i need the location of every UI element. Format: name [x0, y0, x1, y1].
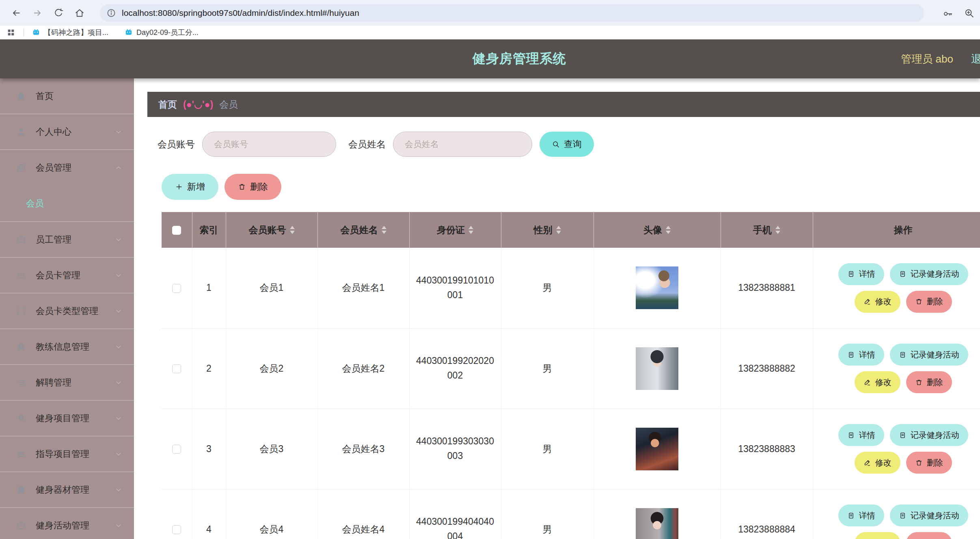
member-account-input[interactable]	[202, 132, 336, 157]
row-select-cell	[162, 328, 192, 409]
browser-back-button[interactable]	[6, 4, 27, 22]
sidebar-item-coach-info-management[interactable]: 教练信息管理	[0, 329, 134, 365]
sidebar-item-personal-center[interactable]: 个人中心	[0, 114, 134, 150]
row-checkbox[interactable]	[172, 284, 181, 293]
delete-selected-button[interactable]: 删除	[224, 174, 281, 200]
cell-avatar	[594, 489, 721, 539]
gauge-icon	[16, 521, 26, 530]
column-header-gender: 性别	[501, 212, 594, 248]
row-checkbox[interactable]	[172, 525, 181, 534]
sort-carets-icon[interactable]	[556, 226, 561, 234]
record-activity-button[interactable]: 记录健身活动	[890, 424, 968, 446]
plus-icon	[175, 183, 183, 191]
edit-button[interactable]: 修改	[855, 532, 900, 539]
sidebar-item-fitness-activity-management[interactable]: 健身活动管理	[0, 508, 134, 539]
edit-button[interactable]: 修改	[855, 371, 900, 393]
delete-button[interactable]: 删除	[906, 452, 952, 474]
column-header-avatar: 头像	[594, 212, 721, 248]
row-checkbox[interactable]	[172, 445, 181, 454]
sidebar-item-label: 会员卡管理	[36, 269, 80, 281]
notebook-icon	[16, 485, 26, 495]
table-row: 2会员2会员姓名2440300199202020002男13823888882详…	[162, 328, 980, 409]
delete-button[interactable]: 删除	[906, 291, 952, 313]
member-name-input[interactable]	[393, 132, 532, 157]
chevron-down-icon	[114, 236, 123, 244]
browser-forward-button[interactable]	[27, 4, 48, 22]
cell-avatar	[594, 328, 721, 409]
bookmarks-divider	[24, 28, 24, 37]
bookmarks-bar: 【码神之路】项目... Day02-09-员工分...	[0, 26, 980, 39]
apps-grid-icon[interactable]	[6, 28, 15, 37]
sidebar-item-fitness-project-management[interactable]: 健身项目管理	[0, 400, 134, 436]
app-header: 健身房管理系统 管理员 abo 退出	[0, 39, 980, 78]
sidebar-item-home[interactable]: 首页	[0, 78, 134, 114]
zoom-in-icon[interactable]	[964, 8, 974, 18]
trash-icon	[915, 379, 923, 386]
sort-carets-icon[interactable]	[775, 226, 780, 234]
sort-carets-icon[interactable]	[666, 226, 671, 234]
column-header-label: 性别	[534, 224, 553, 236]
row-checkbox[interactable]	[172, 364, 181, 373]
sidebar-item-label: 首页	[36, 90, 54, 102]
sidebar-subitem-member[interactable]: 会员	[0, 186, 134, 222]
bookmark-item-mashen[interactable]: 【码神之路】项目...	[32, 28, 108, 37]
cell-gender: 男	[501, 328, 594, 409]
chevron-down-icon	[114, 522, 123, 530]
sidebar-item-member-management[interactable]: 会员管理	[0, 150, 134, 186]
key-icon[interactable]	[943, 8, 953, 18]
row-select-cell	[162, 248, 192, 328]
chevron-down-icon	[114, 450, 123, 458]
detail-button[interactable]: 详情	[838, 263, 884, 285]
sort-carets-icon[interactable]	[468, 226, 473, 234]
detail-button[interactable]: 详情	[838, 424, 884, 446]
delete-button[interactable]: 删除	[906, 532, 952, 539]
edit-button[interactable]: 修改	[855, 291, 900, 313]
browser-home-button[interactable]	[69, 4, 90, 22]
trash-icon	[238, 183, 246, 191]
bookmark-item-day02[interactable]: Day02-09-员工分...	[125, 28, 199, 37]
sidebar-item-member-card-management[interactable]: 会员卡管理	[0, 258, 134, 293]
logout-link[interactable]: 退出	[971, 52, 980, 66]
record-activity-button[interactable]: 记录健身活动	[890, 504, 968, 526]
detail-button[interactable]: 详情	[838, 344, 884, 366]
grid-icon	[16, 342, 26, 352]
breadcrumb-home[interactable]: 首页	[158, 98, 177, 111]
detail-button[interactable]: 详情	[838, 504, 884, 526]
cell-account: 会员4	[226, 489, 317, 539]
select-all-checkbox[interactable]	[172, 226, 181, 235]
sort-carets-icon[interactable]	[290, 226, 295, 234]
add-button[interactable]: 新增	[162, 174, 218, 200]
document-icon	[847, 512, 855, 520]
select-all-header-cell	[162, 212, 192, 248]
column-header-index: 索引	[192, 212, 226, 248]
table-row: 3会员3会员姓名3440300199303030003男13823888883详…	[162, 409, 980, 489]
sidebar-item-label: 健身器材管理	[36, 484, 89, 496]
edit-button[interactable]: 修改	[855, 452, 900, 474]
sidebar-item-member-card-type-management[interactable]: 会员卡类型管理	[0, 293, 134, 329]
sidebar-item-label: 会员卡类型管理	[36, 305, 98, 317]
sidebar-item-guidance-project-management[interactable]: 指导项目管理	[0, 436, 134, 472]
cell-actions: 详情记录健身活动修改删除	[813, 489, 980, 539]
cell-avatar	[594, 248, 721, 328]
members-table: 索引会员账号会员姓名身份证性别头像手机操作 1会员1会员姓名1440300199…	[162, 212, 980, 539]
browser-reload-button[interactable]	[48, 4, 69, 22]
cell-gender: 男	[501, 248, 594, 328]
user-icon	[16, 127, 26, 137]
query-button[interactable]: 查询	[540, 132, 594, 157]
table-row: 4会员4会员姓名4440300199404040004男13823888884详…	[162, 489, 980, 539]
address-bar[interactable]: localhost:8080/springboot97s0t/admin/dis…	[100, 4, 924, 22]
sidebar-item-fitness-equipment-management[interactable]: 健身器材管理	[0, 472, 134, 508]
cell-avatar	[594, 409, 721, 489]
info-icon[interactable]	[106, 8, 116, 18]
pencil-icon	[863, 379, 871, 386]
sidebar-item-dismissal-management[interactable]: 解聘管理	[0, 365, 134, 400]
row-select-cell	[162, 489, 192, 539]
record-activity-button[interactable]: 记录健身活动	[890, 344, 968, 366]
delete-button[interactable]: 删除	[906, 371, 952, 393]
sidebar-item-staff-management[interactable]: 员工管理	[0, 222, 134, 258]
document-icon	[847, 431, 855, 439]
column-header-actions: 操作	[813, 212, 980, 248]
cell-name: 会员姓名2	[317, 328, 409, 409]
record-activity-button[interactable]: 记录健身活动	[890, 263, 968, 285]
sort-carets-icon[interactable]	[382, 226, 386, 234]
